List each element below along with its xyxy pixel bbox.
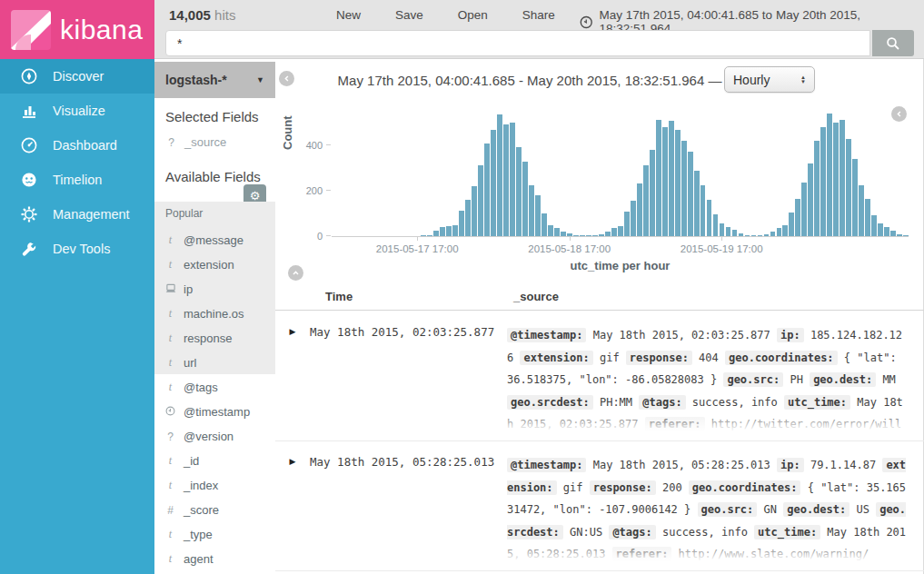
histogram-bar[interactable] <box>726 227 731 236</box>
histogram-bar[interactable] <box>548 225 553 236</box>
histogram-bar[interactable] <box>650 150 655 236</box>
histogram-bar[interactable] <box>732 230 738 236</box>
search-input[interactable] <box>165 30 870 56</box>
histogram-bar[interactable] <box>782 225 788 236</box>
field-item-agent[interactable]: tagent <box>154 547 275 571</box>
row-expand-toggle[interactable]: ▶ <box>275 324 310 435</box>
histogram-bar[interactable] <box>535 195 541 236</box>
histogram-bar[interactable] <box>846 139 851 236</box>
histogram-bar[interactable] <box>599 234 604 236</box>
interval-select[interactable]: Hourly ▲▼ <box>724 66 815 93</box>
histogram-bar[interactable] <box>777 228 782 236</box>
field-item-index[interactable]: t_index <box>154 473 275 498</box>
menu-new-button[interactable]: New <box>336 8 361 22</box>
histogram-bar[interactable] <box>852 159 858 236</box>
field-item-id[interactable]: t_id <box>154 449 275 473</box>
histogram-bar[interactable] <box>522 162 528 236</box>
menu-share-button[interactable]: Share <box>522 8 555 22</box>
histogram-bar[interactable] <box>497 114 502 236</box>
histogram-bar[interactable] <box>554 228 560 236</box>
histogram-bar[interactable] <box>529 185 534 236</box>
histogram-bar[interactable] <box>580 235 585 236</box>
histogram-bar[interactable] <box>720 223 725 236</box>
histogram-bar[interactable] <box>897 234 902 236</box>
histogram-bar[interactable] <box>801 183 807 236</box>
histogram-bar[interactable] <box>770 232 776 236</box>
histogram-bar[interactable] <box>541 213 547 236</box>
column-header-source[interactable]: _source <box>513 290 559 303</box>
histogram-bar[interactable] <box>478 165 483 236</box>
histogram-bar[interactable] <box>484 144 490 236</box>
histogram-bar[interactable] <box>459 211 464 236</box>
histogram-bar[interactable] <box>903 235 909 236</box>
field-item-score[interactable]: #_score <box>154 498 275 522</box>
histogram-bar[interactable] <box>643 165 649 236</box>
sidebar-item-dashboard[interactable]: Dashboard <box>0 128 154 163</box>
histogram-bar[interactable] <box>465 200 471 236</box>
sidebar-item-dev-tools[interactable]: Dev Tools <box>0 232 154 266</box>
histogram-bar[interactable] <box>586 235 591 236</box>
field-item-machineos[interactable]: tmachine.os <box>154 302 275 326</box>
histogram-bar[interactable] <box>814 141 820 236</box>
histogram-bar[interactable] <box>681 141 687 236</box>
field-item-extension[interactable]: textension <box>154 252 275 277</box>
histogram-bar[interactable] <box>510 123 515 236</box>
menu-save-button[interactable]: Save <box>395 8 423 22</box>
histogram-bar[interactable] <box>884 227 889 236</box>
sidebar-item-visualize[interactable]: Visualize <box>0 94 154 128</box>
histogram-bar[interactable] <box>573 235 579 236</box>
histogram-bar[interactable] <box>890 231 896 236</box>
histogram-bar[interactable] <box>688 152 693 236</box>
sidebar-item-timelion[interactable]: Timelion <box>0 163 154 197</box>
field-item-type[interactable]: t_type <box>154 522 275 547</box>
histogram-bar[interactable] <box>491 130 496 236</box>
histogram-bar[interactable] <box>751 235 757 236</box>
histogram-bar[interactable] <box>745 235 750 236</box>
field-item-message[interactable]: t@message <box>154 228 275 252</box>
histogram-bar[interactable] <box>421 235 426 236</box>
histogram-bar[interactable] <box>808 163 813 236</box>
field-item-ip[interactable]: ip <box>154 277 275 302</box>
histogram-bar[interactable] <box>446 226 452 236</box>
histogram-bar[interactable] <box>764 234 770 236</box>
field-item-version[interactable]: ?@version <box>154 424 275 449</box>
histogram-bar[interactable] <box>707 200 712 236</box>
histogram-bar[interactable] <box>840 120 845 236</box>
histogram-bar[interactable] <box>694 171 700 236</box>
collapse-histogram-button[interactable] <box>288 265 303 281</box>
histogram-bar[interactable] <box>865 199 870 236</box>
kibana-logo-block[interactable]: kibana <box>0 0 154 59</box>
histogram-bar[interactable] <box>758 235 763 236</box>
histogram-bar[interactable] <box>618 226 623 236</box>
histogram-bar[interactable] <box>795 199 800 236</box>
histogram-bar[interactable] <box>820 127 826 236</box>
column-header-time[interactable]: Time <box>325 290 353 303</box>
row-expand-toggle[interactable]: ▶ <box>275 454 310 565</box>
histogram-bar[interactable] <box>637 183 642 236</box>
field-item-source[interactable]: ? _source <box>165 135 226 149</box>
histogram-bar[interactable] <box>472 186 477 236</box>
histogram-bar[interactable] <box>592 235 598 236</box>
histogram-bar[interactable] <box>516 147 522 236</box>
sidebar-item-management[interactable]: Management <box>0 197 154 232</box>
histogram-bar[interactable] <box>452 225 458 236</box>
histogram-bar[interactable] <box>833 123 839 236</box>
histogram-bar[interactable] <box>561 232 566 236</box>
histogram-bar[interactable] <box>827 114 832 236</box>
histogram-bar[interactable] <box>427 235 432 236</box>
histogram-bar[interactable] <box>859 185 864 236</box>
histogram-bar[interactable] <box>700 185 706 236</box>
histogram-bar[interactable] <box>624 212 630 236</box>
histogram-bar[interactable] <box>662 127 668 236</box>
histogram-bar[interactable] <box>789 213 794 236</box>
histogram-bar[interactable] <box>605 232 611 236</box>
histogram-bar[interactable] <box>878 223 883 236</box>
histogram-bar[interactable] <box>739 233 744 236</box>
index-pattern-selector[interactable]: logstash-* ▼ <box>154 62 275 98</box>
histogram-bar[interactable] <box>611 228 617 236</box>
histogram-bar[interactable] <box>631 201 636 236</box>
field-item-timestamp[interactable]: @timestamp <box>154 400 275 424</box>
field-item-url[interactable]: turl <box>154 351 275 375</box>
histogram-bar[interactable] <box>433 231 439 236</box>
field-item-tags[interactable]: t@tags <box>154 375 275 400</box>
